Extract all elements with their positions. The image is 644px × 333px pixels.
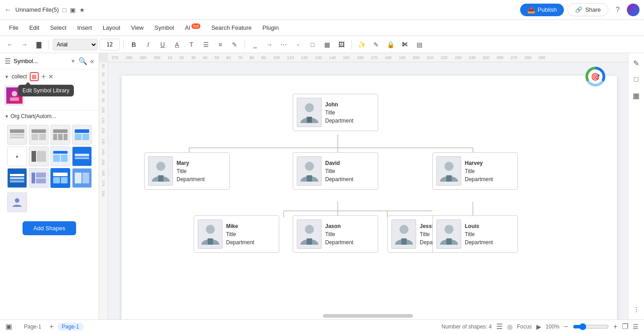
- line-button[interactable]: ⎯: [249, 38, 261, 51]
- menu-plugin[interactable]: Plugin: [258, 23, 283, 33]
- focus-label[interactable]: Focus: [517, 324, 532, 330]
- underline-button[interactable]: U: [156, 38, 169, 51]
- canvas-area[interactable]: 270 280 290 300 10 20 30 40 50 60 70 80 …: [99, 53, 628, 319]
- org-chart-label: Org Chart(Autom...: [10, 113, 56, 119]
- org-node-louis[interactable]: Louis Title Department: [432, 215, 518, 253]
- magic-button[interactable]: ✨: [355, 38, 368, 51]
- right-btn-3[interactable]: ▦: [630, 89, 643, 102]
- edit-symbol-button[interactable]: ▦: [30, 72, 39, 81]
- thumb-5[interactable]: ■: [7, 146, 27, 166]
- thumb-4[interactable]: [72, 125, 92, 145]
- page-layout-icon[interactable]: ▣: [5, 322, 12, 331]
- page-1-tab[interactable]: Page-1: [19, 323, 46, 331]
- open-icon[interactable]: ▣: [70, 6, 76, 14]
- org-node-mary[interactable]: Mary Title Department: [144, 152, 230, 190]
- italic-button[interactable]: I: [142, 38, 154, 51]
- org-node-john[interactable]: John Title Department: [293, 94, 378, 131]
- add-shapes-button[interactable]: Add Shapes: [23, 221, 76, 235]
- shape1-button[interactable]: ◦: [292, 38, 304, 51]
- thumbnail-grid: ■: [5, 122, 94, 191]
- share-button[interactable]: 🔗 Share: [567, 3, 608, 16]
- menu-layout[interactable]: Layout: [98, 23, 125, 33]
- add-page-button[interactable]: +: [50, 323, 54, 331]
- svg-point-30: [206, 225, 215, 234]
- right-btn-4[interactable]: ⋮: [630, 303, 643, 316]
- font-size-input[interactable]: [100, 39, 120, 50]
- thumb-6[interactable]: [29, 146, 49, 166]
- thumb-10[interactable]: [29, 168, 49, 188]
- text-edit-button[interactable]: ✎: [228, 38, 241, 51]
- menu-file[interactable]: File: [5, 23, 23, 33]
- thumb-special[interactable]: [7, 192, 27, 212]
- menu-symbol[interactable]: Symbol: [150, 23, 178, 33]
- undo-button[interactable]: ←: [4, 38, 16, 51]
- thumb-9[interactable]: [7, 168, 27, 188]
- edit-button[interactable]: ✎: [370, 38, 382, 51]
- org-node-jason[interactable]: Jason Title Department: [293, 215, 378, 253]
- org-node-mike[interactable]: Mike Title Department: [194, 215, 279, 253]
- shape2-button[interactable]: □: [306, 38, 319, 51]
- clone-button[interactable]: ▇: [32, 38, 45, 51]
- focus-icon[interactable]: ◎: [507, 323, 512, 330]
- arrow-button[interactable]: →: [263, 38, 276, 51]
- org-node-david[interactable]: David Title Department: [293, 152, 378, 190]
- horizontal-scrollbar[interactable]: [323, 314, 413, 318]
- org-chart-container: John Title Department: [144, 89, 531, 278]
- avatar[interactable]: [627, 4, 639, 16]
- publish-button[interactable]: 📤 Publish: [520, 4, 564, 16]
- svg-rect-37: [401, 238, 407, 245]
- font-select[interactable]: Arial: [53, 39, 98, 50]
- canvas-content[interactable]: John Title Department: [108, 62, 628, 319]
- text-button[interactable]: T: [185, 38, 198, 51]
- thumb-1[interactable]: [7, 125, 27, 145]
- sidebar-collapse-icon[interactable]: «: [90, 57, 94, 65]
- cut-button[interactable]: ✀: [399, 38, 411, 51]
- bold-button[interactable]: B: [127, 38, 140, 51]
- menu-edit[interactable]: Edit: [25, 23, 44, 33]
- right-btn-1[interactable]: ✎: [630, 57, 643, 69]
- fullscreen-button[interactable]: ❐: [622, 322, 628, 331]
- grid-button[interactable]: ▤: [413, 38, 426, 51]
- play-icon[interactable]: ▶: [536, 323, 541, 330]
- org-node-harvey[interactable]: Harvey Title Department: [432, 152, 518, 190]
- thumb-7[interactable]: [50, 146, 70, 166]
- image-button[interactable]: 🖼: [335, 38, 348, 51]
- zoom-in-button[interactable]: +: [613, 323, 617, 331]
- back-icon[interactable]: ←: [5, 6, 12, 14]
- add-collect-button[interactable]: +: [41, 73, 45, 81]
- save-icon[interactable]: □: [63, 6, 66, 14]
- zoom-out-button[interactable]: −: [564, 323, 568, 331]
- layers-icon[interactable]: ☰: [496, 322, 503, 331]
- close-collect-button[interactable]: ✕: [48, 73, 54, 80]
- menu-ai[interactable]: AIhot: [180, 22, 205, 33]
- settings-panel-button[interactable]: ☰: [633, 323, 639, 330]
- menu-select[interactable]: Select: [45, 23, 71, 33]
- active-page-tab[interactable]: Page-1: [57, 323, 84, 331]
- thumb-12[interactable]: [72, 168, 92, 188]
- right-btn-2[interactable]: □: [630, 73, 643, 86]
- thumb-2[interactable]: [29, 125, 49, 145]
- menu-view[interactable]: View: [127, 23, 148, 33]
- thumb-3[interactable]: [50, 125, 70, 145]
- align-button[interactable]: ☰: [200, 38, 212, 51]
- menu-search-feature[interactable]: Search Feature: [207, 23, 256, 33]
- star-icon[interactable]: ★: [79, 6, 85, 14]
- thumb-8[interactable]: [72, 146, 92, 166]
- person-svg-louis: [438, 221, 460, 247]
- compass-marker[interactable]: 🎯: [585, 67, 605, 87]
- font-color-button[interactable]: A: [171, 38, 183, 51]
- shape3-button[interactable]: ▦: [321, 38, 333, 51]
- align2-button[interactable]: ≡: [214, 38, 227, 51]
- sidebar-search-icon[interactable]: 🔍: [78, 57, 87, 65]
- person-svg-mary: [150, 158, 172, 184]
- thumb-11[interactable]: [50, 168, 70, 188]
- redo-button[interactable]: →: [18, 38, 31, 51]
- toolbar-sep-4: [351, 40, 352, 49]
- lock-button[interactable]: 🔒: [384, 38, 397, 51]
- zoom-slider[interactable]: [573, 323, 609, 330]
- connector-button[interactable]: ⋯: [277, 38, 290, 51]
- menu-insert[interactable]: Insert: [73, 23, 97, 33]
- org-avatar-mike: [198, 219, 222, 249]
- help-icon[interactable]: ?: [616, 6, 620, 14]
- right-panel: ✎ □ ▦ ⋮: [628, 53, 644, 319]
